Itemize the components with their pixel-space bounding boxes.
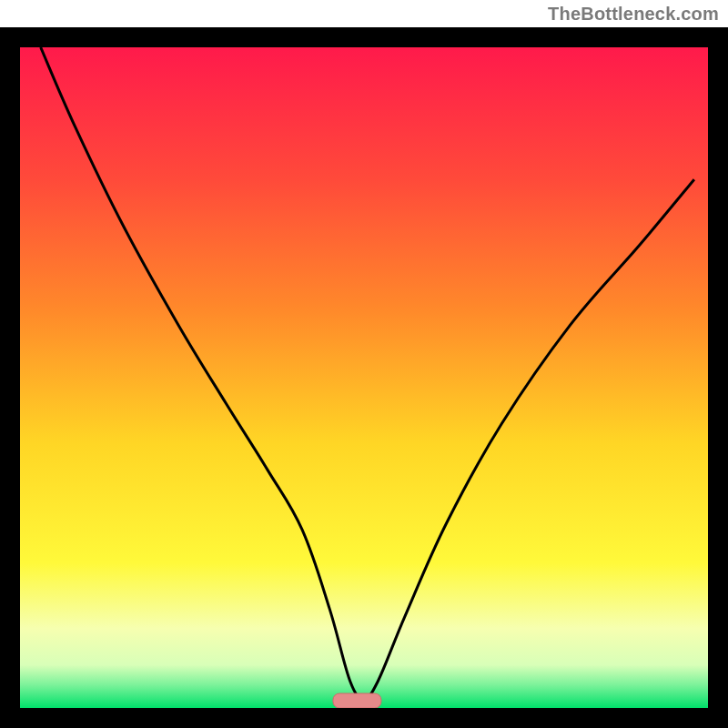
gradient-background — [20, 47, 708, 708]
plot-area — [20, 47, 708, 708]
bottleneck-chart — [0, 0, 728, 728]
attribution-label: TheBottleneck.com — [548, 4, 719, 25]
optimal-marker — [333, 693, 381, 708]
chart-container: TheBottleneck.com — [0, 0, 728, 728]
